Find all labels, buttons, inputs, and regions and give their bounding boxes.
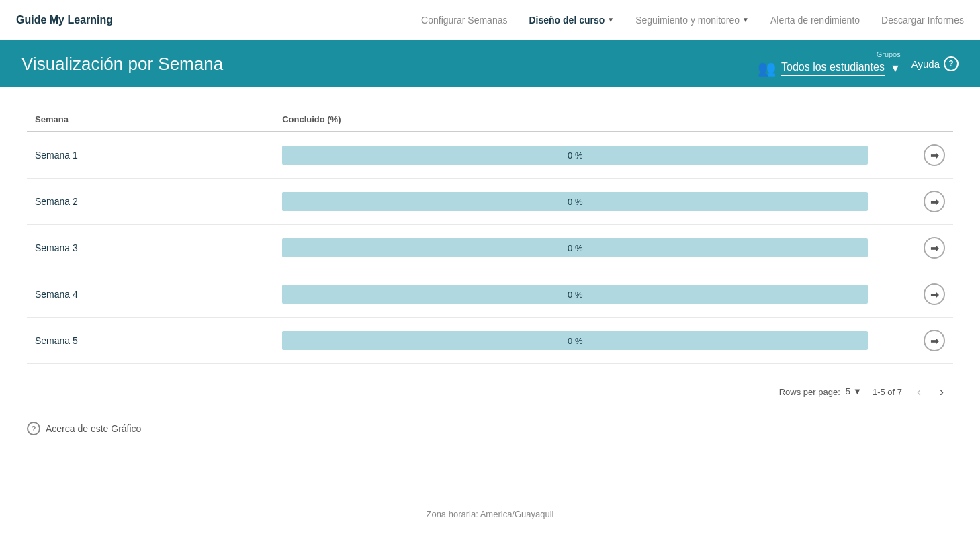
week-label-5: Semana 5 xyxy=(27,318,274,364)
week-label-1: Semana 1 xyxy=(27,132,274,179)
progress-cell-2: 0 % xyxy=(274,179,876,225)
about-icon: ? xyxy=(27,422,40,435)
grupos-value: Todos los estudiantes xyxy=(781,61,885,76)
footer: Zona horaria: America/Guayaquil xyxy=(0,496,980,533)
week-label-2: Semana 2 xyxy=(27,179,274,225)
brand: Guide My Learning xyxy=(16,14,113,26)
progress-bar-wrap-2: 0 % xyxy=(282,192,868,211)
progress-label-3: 0 % xyxy=(568,243,582,253)
table-header: Semana Concluido (%) xyxy=(27,107,953,132)
nav-link-seguimiento-y-monitoreo[interactable]: Seguimiento y monitoreo▼ xyxy=(635,15,749,26)
week-detail-button-3[interactable]: ➡ xyxy=(924,237,945,259)
grupos-dropdown-arrow-icon[interactable]: ▼ xyxy=(890,62,901,75)
pagination-row: Rows per page: 5 ▼ 1-5 of 7 ‹ › xyxy=(27,375,953,408)
nav-link-configurar-semanas[interactable]: Configurar Semanas xyxy=(421,15,507,26)
about-section[interactable]: ? Acerca de este Gráfico xyxy=(27,422,953,435)
page-info: 1-5 of 7 xyxy=(873,387,902,397)
progress-bar-wrap-5: 0 % xyxy=(282,331,868,350)
rows-per-page-value: 5 xyxy=(846,386,850,396)
nav-links: Configurar SemanasDiseño del curso▼Segui… xyxy=(421,15,964,26)
action-cell-5: ➡ xyxy=(876,318,953,364)
page-title: Visualización por Semana xyxy=(21,54,758,75)
week-table: Semana Concluido (%) Semana 10 %➡Semana … xyxy=(27,107,953,364)
rows-per-page: Rows per page: 5 ▼ xyxy=(779,386,862,398)
chevron-down-icon: ▼ xyxy=(607,16,614,24)
main-content: Semana Concluido (%) Semana 10 %➡Semana … xyxy=(0,87,980,455)
nav-link-descargar-informes[interactable]: Descargar Informes xyxy=(881,15,964,26)
header-band: Visualización por Semana Grupos 👥 Todos … xyxy=(0,40,980,87)
nav-link-diseño-del-curso[interactable]: Diseño del curso▼ xyxy=(529,15,614,26)
grupos-section: Grupos 👥 Todos los estudiantes ▼ xyxy=(758,50,901,77)
progress-cell-3: 0 % xyxy=(274,225,876,271)
action-cell-1: ➡ xyxy=(876,132,953,179)
progress-label-5: 0 % xyxy=(568,336,582,346)
table-row: Semana 50 %➡ xyxy=(27,318,953,364)
action-cell-4: ➡ xyxy=(876,271,953,318)
week-detail-button-2[interactable]: ➡ xyxy=(924,191,945,212)
week-detail-button-5[interactable]: ➡ xyxy=(924,330,945,351)
week-detail-button-4[interactable]: ➡ xyxy=(924,283,945,305)
action-cell-2: ➡ xyxy=(876,179,953,225)
progress-bar-wrap-4: 0 % xyxy=(282,285,868,304)
about-label: Acerca de este Gráfico xyxy=(46,423,141,434)
col-semana-header: Semana xyxy=(27,107,274,132)
progress-label-1: 0 % xyxy=(568,150,582,161)
grupos-selector[interactable]: 👥 Todos los estudiantes ▼ xyxy=(758,60,901,77)
navbar: Guide My Learning Configurar SemanasDise… xyxy=(0,0,980,40)
table-body: Semana 10 %➡Semana 20 %➡Semana 30 %➡Sema… xyxy=(27,132,953,364)
col-concluido-header: Concluido (%) xyxy=(274,107,876,132)
action-cell-3: ➡ xyxy=(876,225,953,271)
week-label-3: Semana 3 xyxy=(27,225,274,271)
week-label-4: Semana 4 xyxy=(27,271,274,318)
students-icon: 👥 xyxy=(758,60,776,77)
week-detail-button-1[interactable]: ➡ xyxy=(924,144,945,166)
progress-bar-wrap-3: 0 % xyxy=(282,238,868,257)
prev-page-button[interactable]: ‹ xyxy=(913,384,925,400)
timezone-label: Zona horaria: America/Guayaquil xyxy=(426,509,553,519)
table-row: Semana 10 %➡ xyxy=(27,132,953,179)
progress-bar-wrap-1: 0 % xyxy=(282,146,868,165)
rows-per-page-label: Rows per page: xyxy=(779,387,840,397)
progress-label-2: 0 % xyxy=(568,197,582,207)
table-row: Semana 30 %➡ xyxy=(27,225,953,271)
grupos-label: Grupos xyxy=(877,50,901,58)
progress-cell-5: 0 % xyxy=(274,318,876,364)
progress-cell-4: 0 % xyxy=(274,271,876,318)
ayuda-button[interactable]: Ayuda ? xyxy=(911,56,959,71)
rows-per-page-select[interactable]: 5 ▼ xyxy=(846,386,862,398)
progress-label-4: 0 % xyxy=(568,289,582,300)
chevron-down-icon: ▼ xyxy=(742,16,749,24)
nav-link-alerta-de-rendimiento[interactable]: Alerta de rendimiento xyxy=(770,15,860,26)
rpp-dropdown-arrow-icon: ▼ xyxy=(853,386,862,396)
ayuda-label: Ayuda xyxy=(911,58,940,70)
table-row: Semana 40 %➡ xyxy=(27,271,953,318)
progress-cell-1: 0 % xyxy=(274,132,876,179)
table-row: Semana 20 %➡ xyxy=(27,179,953,225)
next-page-button[interactable]: › xyxy=(936,384,948,400)
ayuda-help-icon: ? xyxy=(944,56,959,71)
header-right: Grupos 👥 Todos los estudiantes ▼ Ayuda ? xyxy=(758,50,959,77)
